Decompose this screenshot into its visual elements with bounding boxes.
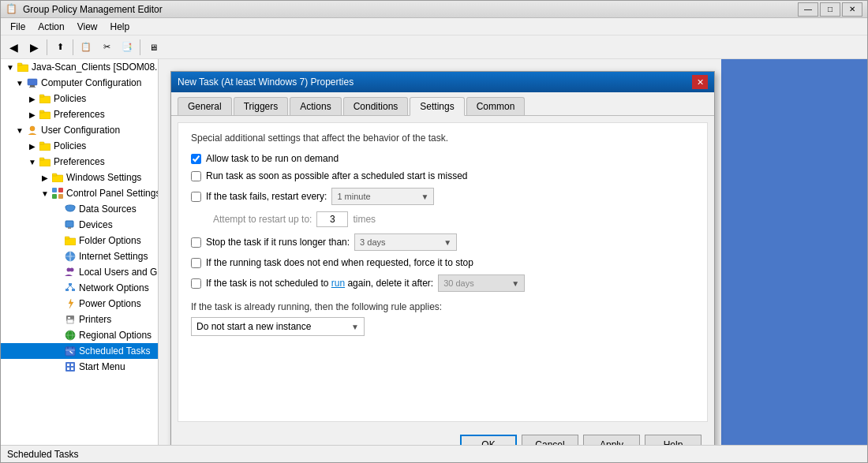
toolbar: ◀ ▶ ⬆ 📋 ✂ 📑 🖥: [1, 35, 867, 59]
up-button[interactable]: ⬆: [51, 38, 69, 57]
sidebar-item-windows-settings[interactable]: ▶ Windows Settings: [1, 170, 158, 185]
restart-interval-dropdown[interactable]: 1 minute ▼: [331, 188, 434, 205]
folder-options-icon: [64, 234, 77, 247]
copy-button[interactable]: 📋: [77, 38, 95, 57]
close-button[interactable]: ✕: [842, 2, 862, 17]
stop-longer-row: Stop the task if it runs longer than: 3 …: [191, 233, 694, 251]
toolbar-separator-2: [73, 39, 73, 55]
help-button[interactable]: Help: [645, 435, 702, 445]
sidebar-item-data-sources[interactable]: ▶ Data Sources: [1, 201, 158, 217]
view-button[interactable]: 🖥: [144, 38, 163, 57]
sidebar-item-label: Data Sources: [79, 203, 137, 215]
run-missed-label[interactable]: Run task as soon as possible after a sch…: [206, 170, 468, 181]
scheduled-tasks-icon: [64, 345, 77, 357]
sidebar-item-label: Scheduled Tasks: [79, 345, 151, 357]
cancel-button[interactable]: Cancel: [522, 435, 578, 445]
dialog-overlay: New Task (At least Windows 7) Properties…: [159, 59, 721, 445]
svg-rect-21: [65, 221, 73, 227]
stop-longer-checkbox[interactable]: [191, 237, 201, 248]
menu-action[interactable]: Action: [32, 20, 70, 34]
tab-common[interactable]: Common: [466, 97, 526, 115]
run-rule-value: Do not start a new instance: [196, 321, 311, 332]
sidebar-item-preferences-comp[interactable]: ▶ Preferences: [1, 106, 158, 122]
svg-rect-4: [29, 87, 36, 88]
allow-demand-label[interactable]: Allow task to be run on demand: [206, 153, 339, 164]
sidebar-item-local-users[interactable]: ▶ Local Users and G...: [1, 264, 158, 280]
forward-button[interactable]: ▶: [24, 38, 43, 57]
sidebar-item-label: Policies: [54, 140, 86, 151]
sidebar-item-label: Policies: [54, 93, 86, 104]
sidebar-item-computer-config[interactable]: ▼ Computer Configuration: [1, 75, 158, 91]
allow-demand-checkbox[interactable]: [191, 154, 201, 164]
delete-after-value: 30 days: [443, 278, 474, 288]
ok-button[interactable]: OK: [460, 435, 517, 445]
dropdown-arrow: ▼: [351, 323, 359, 331]
svg-line-33: [70, 286, 73, 289]
sidebar-item-label: Folder Options: [79, 235, 141, 246]
sidebar-item-user-config[interactable]: ▼ User Configuration: [1, 122, 158, 138]
maximize-button[interactable]: □: [820, 2, 840, 17]
delete-after-dropdown[interactable]: 30 days ▼: [438, 274, 525, 292]
svg-rect-3: [30, 85, 35, 87]
attempt-input[interactable]: [316, 211, 348, 227]
blue-panel: [721, 59, 867, 445]
sidebar-item-internet-settings[interactable]: ▶ Internet Settings: [1, 248, 158, 264]
expand-icon: ▶: [26, 92, 39, 105]
sidebar-item-label: Internet Settings: [79, 251, 148, 262]
sidebar-item-network-options[interactable]: ▶ Network Options: [1, 280, 158, 296]
delete-label[interactable]: If the task is not scheduled to run agai…: [206, 278, 433, 289]
dialog-close-button[interactable]: ✕: [692, 75, 708, 89]
data-sources-icon: [64, 203, 77, 215]
svg-rect-36: [68, 317, 70, 319]
sidebar-item-devices[interactable]: ▶ Devices: [1, 217, 158, 233]
tab-settings[interactable]: Settings: [410, 97, 464, 116]
stop-longer-dropdown[interactable]: 3 days ▼: [354, 233, 457, 251]
run-link: run: [331, 278, 345, 289]
sidebar-item-regional-options[interactable]: ▶ Regional Options: [1, 327, 158, 343]
sidebar-item-start-menu[interactable]: ▶ Start Menu: [1, 359, 158, 375]
folder-icon: [39, 92, 51, 105]
sidebar-item-folder-options[interactable]: ▶ Folder Options: [1, 233, 158, 248]
sidebar-item-policies-user[interactable]: ▶ Policies: [1, 138, 158, 154]
run-missed-checkbox[interactable]: [191, 171, 201, 181]
apply-button[interactable]: Apply: [583, 435, 640, 445]
expand-icon: ▼: [39, 187, 51, 200]
run-rule-dropdown[interactable]: Do not start a new instance ▼: [191, 317, 365, 336]
tab-actions[interactable]: Actions: [290, 97, 341, 115]
delete-checkbox[interactable]: [191, 278, 201, 289]
tab-conditions[interactable]: Conditions: [343, 97, 409, 115]
sidebar-item-power-options[interactable]: ▶ Power Options: [1, 296, 158, 312]
sidebar-item-java-scan[interactable]: ▼ Java-Scan_Clients [SDOM08.DO: [1, 59, 158, 75]
cut-button[interactable]: ✂: [97, 38, 116, 57]
minimize-button[interactable]: —: [798, 2, 818, 17]
sidebar-item-control-panel[interactable]: ▼ Control Panel Settings: [1, 185, 158, 201]
stop-longer-label[interactable]: Stop the task if it runs longer than:: [206, 237, 350, 248]
svg-rect-35: [67, 319, 73, 323]
menu-help[interactable]: Help: [104, 20, 137, 34]
menu-view[interactable]: View: [71, 20, 104, 34]
force-stop-checkbox[interactable]: [191, 258, 201, 268]
sidebar-item-preferences-user[interactable]: ▼ Preferences: [1, 154, 158, 170]
svg-rect-5: [39, 96, 51, 103]
sidebar-item-label: Power Options: [79, 298, 141, 309]
attempt-unit: times: [353, 214, 376, 225]
restart-label[interactable]: If the task fails, restart every:: [206, 191, 327, 202]
sidebar-item-scheduled-tasks[interactable]: ▶ Scheduled Tasks: [1, 343, 158, 359]
sidebar-item-label: Preferences: [54, 156, 105, 167]
tab-general[interactable]: General: [178, 97, 232, 115]
expand-icon: ▼: [4, 61, 17, 73]
sidebar-item-policies[interactable]: ▶ Policies: [1, 91, 158, 106]
menu-bar: File Action View Help: [1, 18, 867, 35]
restart-interval-value: 1 minute: [337, 192, 370, 201]
tab-triggers[interactable]: Triggers: [234, 97, 289, 115]
paste-button[interactable]: 📑: [118, 38, 137, 57]
menu-file[interactable]: File: [4, 20, 32, 34]
force-stop-label[interactable]: If the running task does not end when re…: [206, 257, 473, 268]
sidebar-item-printers[interactable]: ▶ Printers: [1, 312, 158, 327]
svg-rect-30: [65, 289, 69, 291]
svg-rect-29: [69, 283, 72, 286]
main-window: 📋 Group Policy Management Editor — □ ✕ F…: [0, 0, 868, 463]
run-missed-row: Run task as soon as possible after a sch…: [191, 170, 694, 181]
restart-checkbox[interactable]: [191, 192, 201, 202]
back-button[interactable]: ◀: [4, 38, 23, 57]
